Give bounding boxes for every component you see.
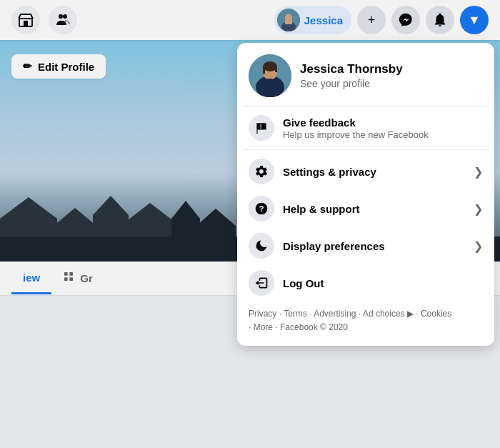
settings-title: Settings & privacy xyxy=(283,166,465,178)
flag-icon: ! xyxy=(254,121,269,135)
menu-item-help[interactable]: ? Help & support ❯ xyxy=(243,190,489,227)
footer-cookies-link[interactable]: Cookies xyxy=(421,309,451,319)
help-icon: ? xyxy=(249,196,274,221)
profile-subtitle: See your profile xyxy=(300,78,403,89)
feedback-subtitle: Help us improve the new Facebook xyxy=(283,129,483,140)
gear-icon xyxy=(254,164,269,179)
profile-full-name: Jessica Thornsby xyxy=(300,62,403,76)
moon-icon xyxy=(254,239,269,253)
help-chevron: ❯ xyxy=(474,202,483,216)
footer-terms-link[interactable]: Terms xyxy=(284,309,307,319)
menu-item-feedback[interactable]: ! Give feedback Help us improve the new … xyxy=(243,109,489,146)
logout-icon-svg xyxy=(254,276,269,290)
logout-icon xyxy=(249,270,274,296)
footer-privacy-link[interactable]: Privacy xyxy=(249,309,276,319)
settings-text: Settings & privacy xyxy=(283,166,465,178)
profile-avatar xyxy=(249,54,291,97)
settings-chevron: ❯ xyxy=(474,165,483,179)
divider-2 xyxy=(243,149,489,150)
svg-rect-30 xyxy=(263,66,265,74)
feedback-text: Give feedback Help us improve the new Fa… xyxy=(283,116,483,140)
feedback-icon: ! xyxy=(249,115,274,141)
display-title: Display preferences xyxy=(283,240,465,252)
profile-avatar-svg xyxy=(249,54,291,97)
help-text: Help & support xyxy=(283,203,465,215)
footer-advertising-link[interactable]: Advertising xyxy=(314,309,356,319)
question-icon: ? xyxy=(254,201,269,216)
menu-item-settings[interactable]: Settings & privacy ❯ xyxy=(243,153,489,190)
logout-text: Log Out xyxy=(283,277,483,289)
settings-icon xyxy=(249,159,274,184)
help-title: Help & support xyxy=(283,203,465,215)
display-text: Display preferences xyxy=(283,240,465,252)
dropdown-menu: Jessica Thornsby See your profile ! Give… xyxy=(237,43,494,346)
svg-rect-34 xyxy=(256,130,257,134)
menu-item-logout[interactable]: Log Out xyxy=(243,264,489,302)
logout-title: Log Out xyxy=(283,277,483,289)
display-icon xyxy=(249,233,274,259)
footer-links: Privacy · Terms · Advertising · Ad choic… xyxy=(243,302,489,340)
svg-rect-31 xyxy=(275,66,277,72)
footer-copyright: Facebook © 2020 xyxy=(280,322,348,332)
menu-item-display[interactable]: Display preferences ❯ xyxy=(243,227,489,264)
svg-text:?: ? xyxy=(259,204,264,213)
footer-adchoices-link[interactable]: Ad choices ▶ xyxy=(363,309,414,319)
profile-menu-section[interactable]: Jessica Thornsby See your profile xyxy=(243,49,489,103)
feedback-title: Give feedback xyxy=(283,116,483,129)
profile-info: Jessica Thornsby See your profile xyxy=(300,62,403,89)
divider-1 xyxy=(243,106,489,106)
svg-text:!: ! xyxy=(260,123,262,130)
footer-more-link[interactable]: More xyxy=(254,322,273,332)
display-chevron: ❯ xyxy=(474,239,483,253)
